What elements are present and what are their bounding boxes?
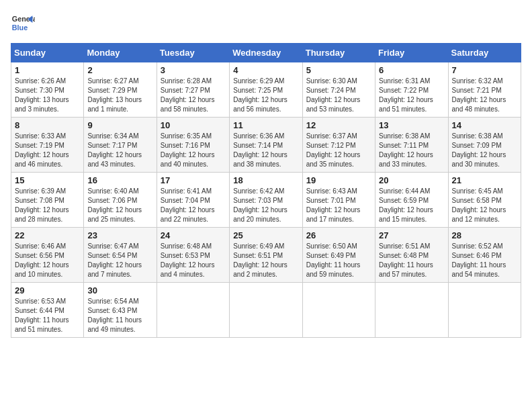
calendar-cell: 5 Sunrise: 6:30 AMSunset: 7:24 PMDayligh… <box>302 62 375 118</box>
calendar-cell: 1 Sunrise: 6:26 AMSunset: 7:30 PMDayligh… <box>11 62 84 118</box>
weekday-header-saturday: Saturday <box>448 44 521 62</box>
day-number: 13 <box>379 120 444 130</box>
day-number: 6 <box>379 65 444 75</box>
day-number: 11 <box>233 120 298 130</box>
calendar-cell: 2 Sunrise: 6:27 AMSunset: 7:29 PMDayligh… <box>84 62 157 118</box>
day-number: 22 <box>15 230 80 240</box>
calendar-cell: 23 Sunrise: 6:47 AMSunset: 6:54 PMDaylig… <box>84 228 157 283</box>
day-info: Sunrise: 6:29 AMSunset: 7:25 PMDaylight:… <box>233 77 298 114</box>
day-number: 4 <box>233 65 298 75</box>
calendar-week-1: 1 Sunrise: 6:26 AMSunset: 7:30 PMDayligh… <box>11 62 521 118</box>
day-info: Sunrise: 6:43 AMSunset: 7:01 PMDaylight:… <box>306 187 371 224</box>
calendar-cell <box>375 283 448 338</box>
day-number: 3 <box>161 65 226 75</box>
calendar-cell: 28 Sunrise: 6:52 AMSunset: 6:46 PMDaylig… <box>448 228 521 283</box>
day-number: 10 <box>161 120 226 130</box>
calendar-cell: 8 Sunrise: 6:33 AMSunset: 7:19 PMDayligh… <box>11 118 84 173</box>
calendar-cell: 30 Sunrise: 6:54 AMSunset: 6:43 PMDaylig… <box>84 283 157 338</box>
weekday-header-sunday: Sunday <box>11 44 84 62</box>
calendar-cell: 25 Sunrise: 6:49 AMSunset: 6:51 PMDaylig… <box>230 228 302 283</box>
calendar-cell: 7 Sunrise: 6:32 AMSunset: 7:21 PMDayligh… <box>448 62 521 118</box>
logo-icon: General Blue <box>11 11 35 35</box>
calendar-cell: 26 Sunrise: 6:50 AMSunset: 6:49 PMDaylig… <box>302 228 375 283</box>
svg-text:Blue: Blue <box>12 24 28 32</box>
calendar-cell: 27 Sunrise: 6:51 AMSunset: 6:48 PMDaylig… <box>375 228 448 283</box>
day-info: Sunrise: 6:38 AMSunset: 7:09 PMDaylight:… <box>452 132 517 169</box>
day-number: 18 <box>233 175 298 185</box>
day-number: 19 <box>306 175 371 185</box>
calendar-week-2: 8 Sunrise: 6:33 AMSunset: 7:19 PMDayligh… <box>11 118 521 173</box>
calendar-week-5: 29 Sunrise: 6:53 AMSunset: 6:44 PMDaylig… <box>11 283 521 338</box>
day-number: 30 <box>87 285 152 295</box>
day-number: 1 <box>15 65 80 75</box>
calendar-cell: 9 Sunrise: 6:34 AMSunset: 7:17 PMDayligh… <box>84 118 157 173</box>
day-number: 23 <box>87 230 152 240</box>
header-row: SundayMondayTuesdayWednesdayThursdayFrid… <box>11 44 521 62</box>
day-info: Sunrise: 6:38 AMSunset: 7:11 PMDaylight:… <box>379 132 444 169</box>
calendar-cell: 6 Sunrise: 6:31 AMSunset: 7:22 PMDayligh… <box>375 62 448 118</box>
calendar-table: SundayMondayTuesdayWednesdayThursdayFrid… <box>11 43 521 338</box>
calendar-cell: 18 Sunrise: 6:42 AMSunset: 7:03 PMDaylig… <box>230 173 302 228</box>
day-info: Sunrise: 6:39 AMSunset: 7:08 PMDaylight:… <box>15 187 80 224</box>
day-info: Sunrise: 6:51 AMSunset: 6:48 PMDaylight:… <box>379 242 444 279</box>
day-number: 2 <box>87 65 152 75</box>
day-info: Sunrise: 6:50 AMSunset: 6:49 PMDaylight:… <box>306 242 371 279</box>
day-info: Sunrise: 6:46 AMSunset: 6:56 PMDaylight:… <box>15 242 80 279</box>
day-info: Sunrise: 6:30 AMSunset: 7:24 PMDaylight:… <box>306 77 371 114</box>
calendar-cell: 24 Sunrise: 6:48 AMSunset: 6:53 PMDaylig… <box>157 228 229 283</box>
day-number: 15 <box>15 175 80 185</box>
calendar-cell <box>157 283 229 338</box>
calendar-cell: 14 Sunrise: 6:38 AMSunset: 7:09 PMDaylig… <box>448 118 521 173</box>
calendar-week-3: 15 Sunrise: 6:39 AMSunset: 7:08 PMDaylig… <box>11 173 521 228</box>
day-info: Sunrise: 6:28 AMSunset: 7:27 PMDaylight:… <box>161 77 226 114</box>
day-info: Sunrise: 6:37 AMSunset: 7:12 PMDaylight:… <box>306 132 371 169</box>
day-info: Sunrise: 6:41 AMSunset: 7:04 PMDaylight:… <box>161 187 226 224</box>
day-info: Sunrise: 6:45 AMSunset: 6:58 PMDaylight:… <box>452 187 517 224</box>
day-info: Sunrise: 6:47 AMSunset: 6:54 PMDaylight:… <box>87 242 152 279</box>
calendar-cell: 20 Sunrise: 6:44 AMSunset: 6:59 PMDaylig… <box>375 173 448 228</box>
day-info: Sunrise: 6:49 AMSunset: 6:51 PMDaylight:… <box>233 242 298 279</box>
calendar-cell: 3 Sunrise: 6:28 AMSunset: 7:27 PMDayligh… <box>157 62 229 118</box>
calendar-cell: 15 Sunrise: 6:39 AMSunset: 7:08 PMDaylig… <box>11 173 84 228</box>
weekday-header-monday: Monday <box>84 44 157 62</box>
calendar-cell <box>230 283 302 338</box>
day-number: 26 <box>306 230 371 240</box>
page-header: General Blue <box>11 11 521 35</box>
calendar-week-4: 22 Sunrise: 6:46 AMSunset: 6:56 PMDaylig… <box>11 228 521 283</box>
day-number: 27 <box>379 230 444 240</box>
day-number: 21 <box>452 175 517 185</box>
calendar-cell: 21 Sunrise: 6:45 AMSunset: 6:58 PMDaylig… <box>448 173 521 228</box>
calendar-cell: 16 Sunrise: 6:40 AMSunset: 7:06 PMDaylig… <box>84 173 157 228</box>
day-info: Sunrise: 6:33 AMSunset: 7:19 PMDaylight:… <box>15 132 80 169</box>
day-number: 25 <box>233 230 298 240</box>
day-number: 16 <box>87 175 152 185</box>
calendar-cell <box>302 283 375 338</box>
day-number: 14 <box>452 120 517 130</box>
weekday-header-tuesday: Tuesday <box>157 44 229 62</box>
day-info: Sunrise: 6:54 AMSunset: 6:43 PMDaylight:… <box>87 297 152 334</box>
day-info: Sunrise: 6:40 AMSunset: 7:06 PMDaylight:… <box>87 187 152 224</box>
day-number: 28 <box>452 230 517 240</box>
calendar-cell: 19 Sunrise: 6:43 AMSunset: 7:01 PMDaylig… <box>302 173 375 228</box>
day-number: 9 <box>87 120 152 130</box>
day-info: Sunrise: 6:42 AMSunset: 7:03 PMDaylight:… <box>233 187 298 224</box>
day-number: 24 <box>161 230 226 240</box>
day-info: Sunrise: 6:53 AMSunset: 6:44 PMDaylight:… <box>15 297 80 334</box>
calendar-cell: 29 Sunrise: 6:53 AMSunset: 6:44 PMDaylig… <box>11 283 84 338</box>
day-info: Sunrise: 6:35 AMSunset: 7:16 PMDaylight:… <box>161 132 226 169</box>
calendar-cell: 17 Sunrise: 6:41 AMSunset: 7:04 PMDaylig… <box>157 173 229 228</box>
weekday-header-wednesday: Wednesday <box>230 44 302 62</box>
calendar-cell <box>448 283 521 338</box>
calendar-cell: 11 Sunrise: 6:36 AMSunset: 7:14 PMDaylig… <box>230 118 302 173</box>
day-info: Sunrise: 6:44 AMSunset: 6:59 PMDaylight:… <box>379 187 444 224</box>
day-info: Sunrise: 6:36 AMSunset: 7:14 PMDaylight:… <box>233 132 298 169</box>
day-number: 17 <box>161 175 226 185</box>
day-info: Sunrise: 6:27 AMSunset: 7:29 PMDaylight:… <box>87 77 152 114</box>
day-number: 29 <box>15 285 80 295</box>
day-info: Sunrise: 6:31 AMSunset: 7:22 PMDaylight:… <box>379 77 444 114</box>
day-number: 7 <box>452 65 517 75</box>
calendar-cell: 22 Sunrise: 6:46 AMSunset: 6:56 PMDaylig… <box>11 228 84 283</box>
day-info: Sunrise: 6:48 AMSunset: 6:53 PMDaylight:… <box>161 242 226 279</box>
day-info: Sunrise: 6:34 AMSunset: 7:17 PMDaylight:… <box>87 132 152 169</box>
day-number: 5 <box>306 65 371 75</box>
